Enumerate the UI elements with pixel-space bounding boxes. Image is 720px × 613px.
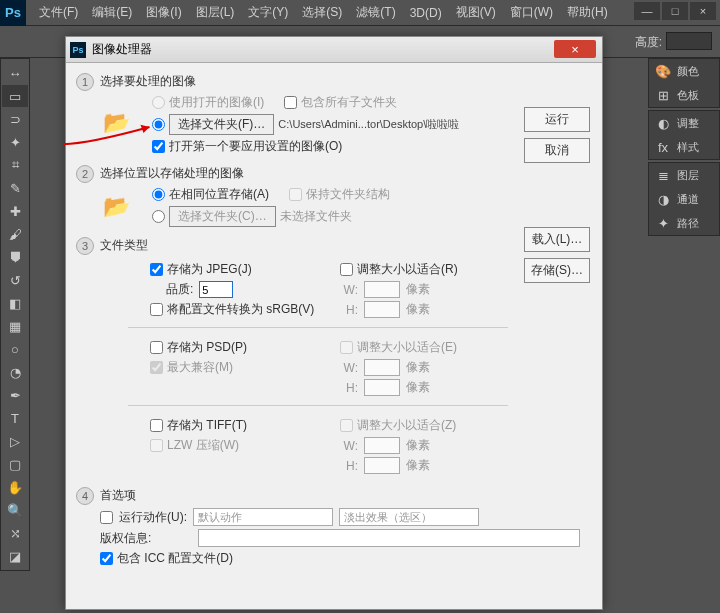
dodge-tool-icon[interactable]: ◔ xyxy=(2,361,28,383)
menu-image[interactable]: 图像(I) xyxy=(139,4,188,21)
convert-srgb-label: 将配置文件转换为 sRGB(V) xyxy=(167,301,314,318)
type-tool-icon[interactable]: T xyxy=(2,407,28,429)
dialog-titlebar[interactable]: Ps 图像处理器 × xyxy=(66,37,602,63)
h-label: H: xyxy=(340,303,358,317)
px-label: 像素 xyxy=(406,379,430,396)
panel-channels[interactable]: ◑通道 xyxy=(649,187,719,211)
ps-small-icon: Ps xyxy=(70,42,86,58)
folder-open-icon[interactable]: 📂 xyxy=(100,108,132,138)
include-icc-label: 包含 ICC 配置文件(D) xyxy=(117,550,233,567)
menu-edit[interactable]: 编辑(E) xyxy=(85,4,139,21)
menu-help[interactable]: 帮助(H) xyxy=(560,4,615,21)
px-label: 像素 xyxy=(406,301,430,318)
psd-resize-checkbox xyxy=(340,341,353,354)
fx-icon: fx xyxy=(655,139,671,155)
swap-colors-icon[interactable]: ⤭ xyxy=(2,522,28,544)
selected-path: C:\Users\Admini...tor\Desktop\啦啦啦 xyxy=(278,117,459,132)
dialog-close-button[interactable]: × xyxy=(554,40,596,58)
menu-type[interactable]: 文字(Y) xyxy=(241,4,295,21)
open-first-checkbox[interactable] xyxy=(152,140,165,153)
panel-adjust[interactable]: ◐调整 xyxy=(649,111,719,135)
include-subfolders-checkbox[interactable] xyxy=(284,96,297,109)
dest-select-folder-button[interactable]: 选择文件夹(C)… xyxy=(169,206,276,227)
px-label: 像素 xyxy=(406,281,430,298)
tiff-w-input xyxy=(364,437,400,454)
open-first-label: 打开第一个要应用设置的图像(O) xyxy=(169,138,342,155)
hand-tool-icon[interactable]: ✋ xyxy=(2,476,28,498)
same-location-radio[interactable] xyxy=(152,188,165,201)
path-tool-icon[interactable]: ▷ xyxy=(2,430,28,452)
convert-srgb-checkbox[interactable] xyxy=(150,303,163,316)
panel-swatches-label: 色板 xyxy=(677,88,699,103)
move-tool-icon[interactable]: ↔ xyxy=(2,62,28,84)
menu-view[interactable]: 视图(V) xyxy=(449,4,503,21)
max-compat-label: 最大兼容(M) xyxy=(167,359,233,376)
section-filetype-title: 文件类型 xyxy=(100,237,590,254)
w-label: W: xyxy=(340,439,358,453)
panel-adjust-label: 调整 xyxy=(677,116,699,131)
jpeg-resize-checkbox[interactable] xyxy=(340,263,353,276)
run-action-checkbox[interactable] xyxy=(100,511,113,524)
minimize-button[interactable]: — xyxy=(634,2,660,20)
marquee-tool-icon[interactable]: ▭ xyxy=(2,85,28,107)
lzw-label: LZW 压缩(W) xyxy=(167,437,239,454)
channels-icon: ◑ xyxy=(655,191,671,207)
action-name-select xyxy=(339,508,479,526)
panel-styles[interactable]: fx样式 xyxy=(649,135,719,159)
copyright-input[interactable] xyxy=(198,529,580,547)
menubar: Ps 文件(F) 编辑(E) 图像(I) 图层(L) 文字(Y) 选择(S) 滤… xyxy=(0,0,720,26)
wand-tool-icon[interactable]: ✦ xyxy=(2,131,28,153)
shape-tool-icon[interactable]: ▢ xyxy=(2,453,28,475)
menu-select[interactable]: 选择(S) xyxy=(295,4,349,21)
pen-tool-icon[interactable]: ✒ xyxy=(2,384,28,406)
save-psd-label: 存储为 PSD(P) xyxy=(167,339,247,356)
panel-layers-label: 图层 xyxy=(677,168,699,183)
panel-color[interactable]: 🎨颜色 xyxy=(649,59,719,83)
folder-icon[interactable]: 📂 xyxy=(100,192,132,222)
keep-structure-checkbox xyxy=(289,188,302,201)
menu-filter[interactable]: 滤镜(T) xyxy=(349,4,402,21)
select-folder-radio[interactable] xyxy=(152,118,165,131)
panel-swatches[interactable]: ⊞色板 xyxy=(649,83,719,107)
height-input[interactable] xyxy=(666,32,712,50)
palette-icon: 🎨 xyxy=(655,63,671,79)
lasso-tool-icon[interactable]: ⊃ xyxy=(2,108,28,130)
blur-tool-icon[interactable]: ○ xyxy=(2,338,28,360)
save-psd-checkbox[interactable] xyxy=(150,341,163,354)
dest-select-folder-radio[interactable] xyxy=(152,210,165,223)
fg-bg-colors-icon[interactable]: ◪ xyxy=(2,545,28,567)
save-tiff-checkbox[interactable] xyxy=(150,419,163,432)
eyedropper-tool-icon[interactable]: ✎ xyxy=(2,177,28,199)
gradient-tool-icon[interactable]: ▦ xyxy=(2,315,28,337)
menu-window[interactable]: 窗口(W) xyxy=(503,4,560,21)
stamp-tool-icon[interactable]: ⛊ xyxy=(2,246,28,268)
section-destination: 2 选择位置以存储处理的图像 📂 在相同位置存储(A) 保持文件夹结构 选择文件… xyxy=(78,165,590,227)
menu-3d[interactable]: 3D(D) xyxy=(403,6,449,20)
maximize-button[interactable]: □ xyxy=(662,2,688,20)
history-brush-icon[interactable]: ↺ xyxy=(2,269,28,291)
panel-channels-label: 通道 xyxy=(677,192,699,207)
include-icc-checkbox[interactable] xyxy=(100,552,113,565)
save-jpeg-checkbox[interactable] xyxy=(150,263,163,276)
heal-tool-icon[interactable]: ✚ xyxy=(2,200,28,222)
menu-file[interactable]: 文件(F) xyxy=(32,4,85,21)
quality-input[interactable] xyxy=(199,281,233,298)
eraser-tool-icon[interactable]: ◧ xyxy=(2,292,28,314)
tiff-resize-checkbox xyxy=(340,419,353,432)
close-button[interactable]: × xyxy=(690,2,716,20)
step-4-badge: 4 xyxy=(76,487,94,505)
select-folder-button[interactable]: 选择文件夹(F)… xyxy=(169,114,274,135)
panel-layers[interactable]: ≣图层 xyxy=(649,163,719,187)
step-3-badge: 3 xyxy=(76,237,94,255)
no-folder-text: 未选择文件夹 xyxy=(280,208,352,225)
section-prefs: 4 首选项 运行动作(U): 版权信息: 包含 ICC 配置文件(D) xyxy=(78,487,590,567)
brush-tool-icon[interactable]: 🖌 xyxy=(2,223,28,245)
panel-paths[interactable]: ✦路径 xyxy=(649,211,719,235)
crop-tool-icon[interactable]: ⌗ xyxy=(2,154,28,176)
zoom-tool-icon[interactable]: 🔍 xyxy=(2,499,28,521)
paths-icon: ✦ xyxy=(655,215,671,231)
lzw-checkbox xyxy=(150,439,163,452)
menu-layer[interactable]: 图层(L) xyxy=(189,4,242,21)
action-set-select xyxy=(193,508,333,526)
quality-label: 品质: xyxy=(166,281,193,298)
